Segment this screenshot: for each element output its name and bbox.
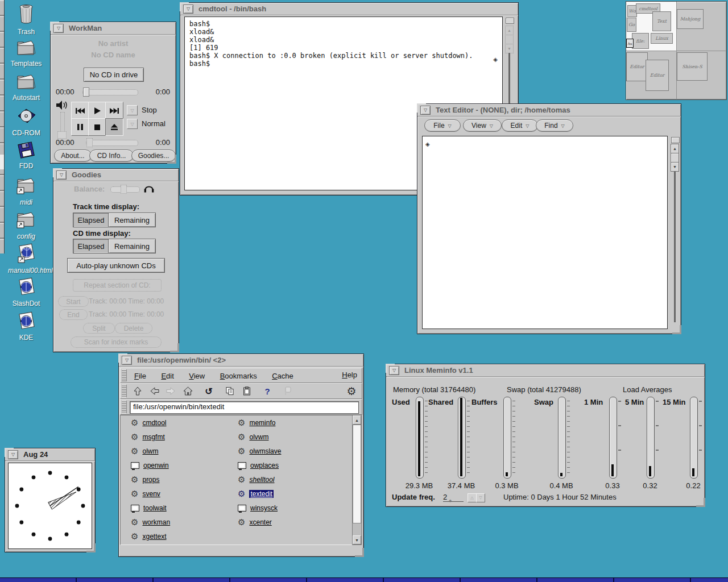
file-link[interactable]: olvwm (249, 433, 268, 441)
titlebar-cmdtool[interactable]: ▽ cmdtool - /bin/bash (180, 3, 518, 15)
desktop-icon-cdrom[interactable]: CD-ROM (8, 107, 44, 140)
window-menu-button[interactable]: ▽ (389, 366, 399, 375)
file-link[interactable]: xcenter (249, 518, 271, 526)
about-button[interactable]: About... (54, 149, 92, 162)
titlebar-texteditor[interactable]: ▽ Text Editor - (NONE), dir; /home/tomas (417, 104, 681, 117)
window-menu-button[interactable]: ▽ (53, 24, 64, 33)
menu-help[interactable]: Help (342, 371, 357, 379)
file-item[interactable]: ⚙xgettext (131, 531, 166, 542)
window-menu-button[interactable]: ▽ (420, 106, 431, 115)
scrollbar-anchor[interactable] (671, 137, 680, 143)
back-button[interactable] (149, 385, 160, 397)
pager-window-meminfo[interactable]: Linux (651, 33, 673, 44)
copy-button[interactable] (224, 385, 235, 397)
locationbar-drag-handle[interactable] (122, 401, 127, 413)
help-button[interactable]: ? (262, 385, 273, 397)
balance-slider-thumb[interactable] (121, 185, 127, 194)
delete-button[interactable]: Delete (115, 323, 152, 334)
cd-position-slider[interactable] (86, 140, 138, 146)
desktop-icon-manual-html[interactable]: manual00.html (8, 243, 44, 276)
cd-slider-thumb[interactable] (86, 138, 93, 147)
scroll-up-icon[interactable]: ▲ (505, 26, 514, 35)
toolbar-drag-handle[interactable] (122, 385, 127, 397)
scrollbar-elevator[interactable]: ▲ ▼ (671, 144, 679, 172)
pager-window-editor2[interactable]: Editor (646, 60, 669, 91)
file-item[interactable]: toolwait (131, 503, 167, 513)
file-link[interactable]: cmdtool (142, 419, 166, 427)
file-item[interactable]: ⚙shelltool (238, 475, 274, 485)
titlebar-workman[interactable]: ▽ WorkMan (51, 22, 176, 35)
file-link[interactable]: toolwait (143, 504, 167, 512)
scrollbar-elevator[interactable]: ▲ ▼ (505, 26, 514, 53)
menu-file[interactable]: File (134, 372, 146, 380)
file-item[interactable]: ⚙workman (131, 517, 170, 527)
pager-window-shisen[interactable]: Shisen-S (677, 52, 708, 81)
titlebar-filemanager[interactable]: ▽ file:/usr/openwin/bin/ <2> (119, 354, 363, 367)
cd-info-button[interactable]: CD Info... (89, 149, 134, 162)
scroll-up-icon[interactable]: ▲ (671, 144, 679, 153)
spin-down-button[interactable]: ▽ (476, 493, 485, 502)
file-link[interactable]: meminfo (249, 419, 275, 427)
scroll-down-button[interactable]: ▼ (353, 535, 361, 544)
file-item[interactable]: ⚙xcenter (238, 517, 272, 527)
stop-button[interactable] (88, 118, 106, 136)
scan-index-button[interactable]: Scan for index marks (71, 336, 162, 348)
file-link-symlink[interactable]: shelltool (249, 476, 274, 484)
window-menu-button[interactable]: ▽ (183, 5, 193, 14)
kde-gear-button[interactable]: ⚙ (346, 385, 357, 397)
menu-bookmarks[interactable]: Bookmarks (220, 372, 257, 380)
file-link[interactable]: xgettext (142, 533, 166, 541)
file-item-selected[interactable]: ⚙textedit (238, 489, 274, 499)
cd-elapsed-button[interactable]: Elapsed (73, 239, 109, 253)
window-menu-button[interactable]: ▽ (56, 171, 67, 180)
titlebar-goodies[interactable]: ▽ Goodies (53, 169, 179, 181)
menu-edit[interactable]: Edit (161, 372, 173, 380)
menu-view[interactable]: View (189, 372, 205, 380)
pager-window-filemanager[interactable]: file: (632, 33, 649, 49)
up-button[interactable] (132, 385, 143, 397)
eject-button[interactable] (105, 118, 123, 136)
menubar-drag-handle[interactable] (122, 369, 127, 381)
update-freq-input[interactable]: 2 (443, 493, 464, 502)
scroll-drag-box[interactable] (671, 153, 679, 163)
autoplay-button[interactable]: Auto-play unknown CDs (67, 258, 165, 273)
track-remaining-button[interactable]: Remaining (108, 213, 156, 227)
scroll-down-icon[interactable]: ▼ (671, 162, 679, 172)
home-button[interactable] (182, 385, 193, 397)
prev-track-button[interactable] (71, 102, 89, 119)
file-item[interactable]: ⚙svenv (131, 489, 160, 499)
scroll-drag-box[interactable] (505, 35, 514, 44)
menu-file[interactable]: File▽ (424, 119, 461, 132)
file-link[interactable]: winsysck (250, 504, 278, 512)
pager-window-mahjong[interactable]: Mahjong (677, 9, 704, 29)
scroll-up-button[interactable]: ▲ (353, 415, 361, 425)
desktop-icon-fdd[interactable]: FDD (8, 141, 44, 174)
repeat-end-button[interactable]: End (59, 309, 88, 320)
menu-view[interactable]: View▽ (463, 119, 502, 132)
file-item[interactable]: ⚙olvwm (238, 432, 268, 442)
file-item[interactable]: winsysck (238, 503, 278, 513)
stop-button[interactable] (282, 385, 293, 397)
file-link[interactable]: owplaces (250, 462, 279, 469)
track-position-slider[interactable] (82, 89, 138, 95)
file-item[interactable]: ⚙msgfmt (131, 432, 165, 442)
menu-edit[interactable]: Edit▽ (502, 119, 538, 132)
scrollbar-vertical[interactable]: ▲ ▼ (352, 415, 362, 545)
file-link[interactable]: olwm (142, 447, 158, 455)
menu-find[interactable]: Find▽ (536, 119, 573, 132)
file-item[interactable]: ⚙olwm (131, 446, 158, 456)
scroll-down-icon[interactable]: ▼ (505, 44, 514, 53)
cd-status-button[interactable]: No CD in drive (84, 68, 144, 82)
location-input[interactable]: file:/usr/openwin/bin/textedit (130, 401, 359, 414)
status-menu-button[interactable]: ▽ (127, 105, 138, 115)
reload-button[interactable]: ↺ (203, 385, 214, 397)
window-menu-button[interactable]: ▽ (122, 356, 132, 365)
titlebar-meminfo[interactable]: ▽ Linux Meminfo v1.1 (386, 364, 705, 377)
file-link[interactable]: props (142, 476, 159, 484)
file-link[interactable]: openwin (143, 462, 169, 469)
menu-cache[interactable]: Cache (272, 372, 293, 380)
file-link-selected[interactable]: textedit (249, 490, 274, 498)
desktop-icon-midi[interactable]: midi (8, 175, 44, 208)
play-button[interactable] (88, 102, 106, 119)
scroll-thumb[interactable] (353, 425, 361, 523)
